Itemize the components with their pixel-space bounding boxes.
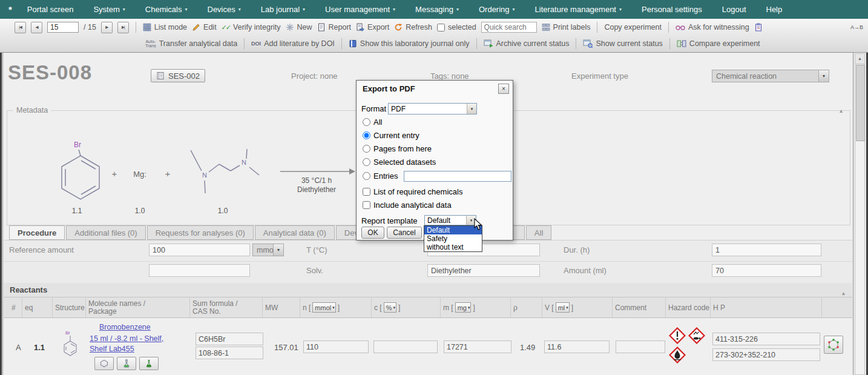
option-safety[interactable]: Safety xyxy=(424,234,482,243)
c-unit-select[interactable]: %▾ xyxy=(384,302,396,313)
print-labels-button[interactable]: Print labels xyxy=(542,23,591,32)
green-flask-button[interactable] xyxy=(139,357,159,370)
radio-pages-from-here-input[interactable] xyxy=(363,145,370,153)
verify-integrity-button[interactable]: ✓✓ Verify integrity xyxy=(222,23,281,32)
tab-all[interactable]: All xyxy=(526,225,551,240)
close-icon[interactable]: × xyxy=(498,84,509,94)
n-unit-select[interactable]: mmol▾ xyxy=(312,302,335,313)
menu-item-lab-journal[interactable]: Lab journal▾ xyxy=(261,5,305,14)
p-codes-input[interactable] xyxy=(712,348,820,361)
duration-input[interactable] xyxy=(712,244,821,256)
sum-formula-input[interactable] xyxy=(196,333,263,345)
previous-experiment-button[interactable]: SES-002 xyxy=(151,69,205,82)
next-page-button[interactable]: ▶ xyxy=(101,22,113,33)
export-button[interactable]: Export xyxy=(356,23,389,32)
chevron-down-icon: ▾ xyxy=(303,7,305,12)
reaction-conditions: 35 °C/1 h xyxy=(301,176,332,185)
n-value-input[interactable] xyxy=(303,340,369,353)
amount-input[interactable] xyxy=(712,264,821,277)
add-literature-doi-button[interactable]: DOI Add literature by DOI xyxy=(251,39,335,48)
reference-amount-secondary-input[interactable] xyxy=(149,264,250,277)
ok-button[interactable]: OK xyxy=(361,227,384,239)
radio-current-entry-input[interactable] xyxy=(363,131,370,139)
scrollbar-thumb[interactable] xyxy=(856,65,865,141)
last-page-button[interactable]: ▶| xyxy=(117,22,129,33)
structure-thumbnail[interactable]: Br xyxy=(58,328,83,365)
menu-item-devices[interactable]: Devices▾ xyxy=(208,5,241,14)
reaction-solvent: Diethylether xyxy=(297,185,336,194)
report-template-select[interactable]: Default ▾ xyxy=(424,215,476,225)
a-to-b-indicator: A→B xyxy=(850,24,863,30)
menu-item-user-management[interactable]: User management▾ xyxy=(325,5,395,14)
entries-input[interactable] xyxy=(404,171,511,182)
cas-number-input[interactable] xyxy=(196,347,263,359)
witness-overview-button[interactable] xyxy=(754,23,763,32)
reference-amount-input[interactable] xyxy=(149,244,250,256)
show-journal-only-button[interactable]: Show this laboratory journal only xyxy=(349,39,470,48)
chemical-stock-button[interactable] xyxy=(117,357,136,370)
scroll-up-button[interactable]: ▲ xyxy=(855,54,864,64)
copy-experiment-button[interactable]: Copy experiment xyxy=(604,23,662,32)
checkbox-required-chemicals: List of required chemicals xyxy=(363,187,462,196)
edit-structure-button[interactable] xyxy=(824,336,843,354)
list-mode-button[interactable]: List mode xyxy=(143,23,187,32)
show-structure-button[interactable] xyxy=(94,357,114,370)
experiment-type-select[interactable]: Chemical reaction ▾ xyxy=(712,70,829,82)
prev-page-button[interactable]: ◀ xyxy=(31,22,42,33)
selected-checkbox[interactable] xyxy=(437,24,445,32)
menu-item-literature-management[interactable]: Literature management▾ xyxy=(535,5,622,14)
vertical-scrollbar[interactable]: ▲ xyxy=(855,53,865,375)
menu-item-portal-screen[interactable]: Portal screen xyxy=(27,5,74,14)
first-page-button[interactable]: |◀ xyxy=(15,22,26,33)
radio-all-input[interactable] xyxy=(363,118,370,126)
compare-experiment-button[interactable]: Compare experiment xyxy=(677,39,760,48)
package-link-line1[interactable]: 15 ml / -8.2 ml - Shelf, xyxy=(90,334,163,343)
tab-procedure[interactable]: Procedure xyxy=(9,225,65,240)
menu-item-system[interactable]: System▾ xyxy=(93,5,125,14)
option-without-text[interactable]: without text xyxy=(424,243,482,251)
molecule-name-link[interactable]: Bromobenzene xyxy=(99,323,151,331)
format-select[interactable]: PDF ▾ xyxy=(388,103,477,114)
archive-status-button[interactable]: Archive current status xyxy=(484,39,570,48)
v-unit-select[interactable]: ml▾ xyxy=(556,302,570,313)
solvent-input[interactable] xyxy=(427,264,540,277)
reference-unit-select[interactable]: mmol ▾ xyxy=(252,244,284,256)
page-number-input[interactable] xyxy=(47,22,79,33)
edit-button[interactable]: Edit xyxy=(192,23,217,32)
green-flask-icon xyxy=(145,359,153,368)
toolbar-row-1: |◀ ◀ / 15 ▶ ▶| List mode Edit ✓✓ Verify … xyxy=(0,19,868,36)
reactants-table-header: # eq Structure Molecule names /Package S… xyxy=(4,297,852,318)
package-link-line2[interactable]: Shelf Lab455 xyxy=(90,345,134,353)
h-codes-input[interactable] xyxy=(712,333,820,345)
ask-for-witnessing-button[interactable]: Ask for witnessing xyxy=(676,23,749,32)
transfer-analytical-data-button[interactable]: Auto-Trans Transfer analytical data xyxy=(145,39,237,48)
menu-item-help[interactable]: Help xyxy=(766,5,783,14)
col-density: ρ xyxy=(511,297,542,317)
radio-selected-datasets-input[interactable] xyxy=(363,158,370,166)
v-value-input[interactable] xyxy=(544,340,610,353)
menu-item-personal-settings[interactable]: Personal settings xyxy=(642,5,702,14)
analytical-data-checkbox[interactable] xyxy=(363,201,370,209)
quick-search-input[interactable] xyxy=(481,22,537,33)
refresh-button[interactable]: Refresh xyxy=(394,23,432,32)
m-value-input[interactable] xyxy=(444,340,511,353)
report-button[interactable]: Report xyxy=(317,23,352,32)
cancel-button[interactable]: Cancel xyxy=(387,227,422,239)
required-chemicals-checkbox[interactable] xyxy=(363,188,370,196)
menu-item-messaging[interactable]: Messaging▾ xyxy=(415,5,459,14)
c-value-input[interactable] xyxy=(373,340,438,353)
option-default[interactable]: Default xyxy=(424,226,482,234)
menu-item-chemicals[interactable]: Chemicals▾ xyxy=(145,5,188,14)
tab-analytical-data[interactable]: Analytical data (0) xyxy=(255,225,335,240)
comment-input[interactable] xyxy=(616,340,665,353)
new-button[interactable]: New xyxy=(286,23,312,32)
m-unit-select[interactable]: mg▾ xyxy=(455,302,472,313)
tab-requests-for-analyses[interactable]: Requests for analyses (0) xyxy=(147,225,254,240)
menu-item-logout[interactable]: Logout xyxy=(722,5,746,14)
collapse-metadata-icon[interactable]: ▴ xyxy=(840,107,843,114)
radio-entries-input[interactable] xyxy=(363,172,370,180)
menu-item-ordering[interactable]: Ordering▾ xyxy=(479,5,515,14)
show-status-button[interactable]: Show current status xyxy=(583,39,662,48)
tab-additional-files[interactable]: Additional files (0) xyxy=(66,225,145,240)
equivalents-1: 1.1 xyxy=(72,207,82,215)
